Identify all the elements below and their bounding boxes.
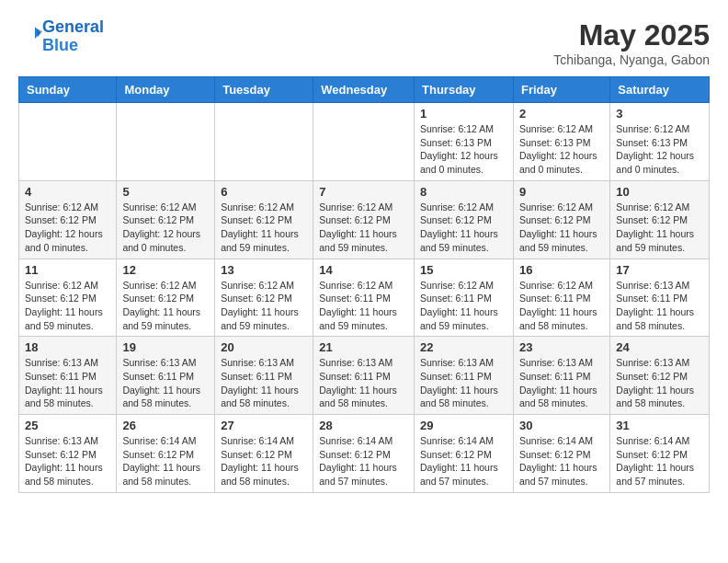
day-number: 5: [122, 185, 209, 199]
day-info: Sunrise: 6:12 AM Sunset: 6:12 PM Dayligh…: [25, 201, 110, 255]
day-number: 14: [319, 263, 408, 277]
calendar-cell: 22Sunrise: 6:13 AM Sunset: 6:11 PM Dayli…: [415, 337, 514, 415]
day-info: Sunrise: 6:13 AM Sunset: 6:11 PM Dayligh…: [420, 356, 507, 410]
month-title: May 2025: [553, 18, 710, 52]
day-info: Sunrise: 6:12 AM Sunset: 6:12 PM Dayligh…: [519, 201, 604, 255]
day-info: Sunrise: 6:12 AM Sunset: 6:12 PM Dayligh…: [221, 279, 307, 333]
calendar-cell: 16Sunrise: 6:12 AM Sunset: 6:11 PM Dayli…: [513, 259, 609, 337]
day-number: 11: [25, 263, 110, 277]
calendar-cell: 30Sunrise: 6:14 AM Sunset: 6:12 PM Dayli…: [513, 415, 609, 493]
day-info: Sunrise: 6:13 AM Sunset: 6:12 PM Dayligh…: [25, 434, 110, 488]
day-number: 18: [25, 340, 110, 354]
calendar-cell: [215, 103, 313, 181]
day-info: Sunrise: 6:12 AM Sunset: 6:11 PM Dayligh…: [319, 279, 408, 333]
day-info: Sunrise: 6:14 AM Sunset: 6:12 PM Dayligh…: [420, 434, 507, 488]
day-number: 3: [616, 107, 703, 121]
calendar-week-row: 4Sunrise: 6:12 AM Sunset: 6:12 PM Daylig…: [19, 180, 710, 259]
calendar-cell: 24Sunrise: 6:13 AM Sunset: 6:12 PM Dayli…: [610, 337, 710, 415]
calendar-cell: [117, 103, 215, 181]
calendar-week-row: 11Sunrise: 6:12 AM Sunset: 6:12 PM Dayli…: [19, 259, 710, 337]
calendar-cell: 21Sunrise: 6:13 AM Sunset: 6:11 PM Dayli…: [313, 337, 415, 415]
column-header-saturday: Saturday: [610, 77, 710, 103]
day-number: 22: [420, 340, 507, 354]
day-info: Sunrise: 6:12 AM Sunset: 6:13 PM Dayligh…: [420, 122, 507, 177]
calendar-table: SundayMondayTuesdayWednesdayThursdayFrid…: [18, 76, 710, 493]
day-number: 20: [221, 340, 307, 354]
day-number: 29: [420, 419, 507, 432]
day-number: 30: [519, 419, 604, 432]
title-block: May 2025 Tchibanga, Nyanga, Gabon: [553, 18, 710, 67]
calendar-cell: 3Sunrise: 6:12 AM Sunset: 6:13 PM Daylig…: [610, 103, 710, 181]
column-header-tuesday: Tuesday: [215, 77, 313, 103]
day-number: 31: [616, 419, 703, 432]
day-info: Sunrise: 6:13 AM Sunset: 6:12 PM Dayligh…: [616, 356, 703, 410]
day-info: Sunrise: 6:14 AM Sunset: 6:12 PM Dayligh…: [122, 434, 209, 488]
logo-line2: Blue: [42, 36, 78, 54]
day-info: Sunrise: 6:12 AM Sunset: 6:11 PM Dayligh…: [519, 279, 604, 333]
calendar-cell: 31Sunrise: 6:14 AM Sunset: 6:12 PM Dayli…: [610, 415, 710, 493]
location-subtitle: Tchibanga, Nyanga, Gabon: [553, 52, 710, 67]
calendar-cell: 14Sunrise: 6:12 AM Sunset: 6:11 PM Dayli…: [313, 259, 415, 337]
calendar-cell: 17Sunrise: 6:13 AM Sunset: 6:11 PM Dayli…: [610, 259, 710, 337]
calendar-week-row: 18Sunrise: 6:13 AM Sunset: 6:11 PM Dayli…: [19, 337, 710, 415]
calendar-cell: 12Sunrise: 6:12 AM Sunset: 6:12 PM Dayli…: [117, 259, 215, 337]
calendar-header-row: SundayMondayTuesdayWednesdayThursdayFrid…: [19, 77, 710, 103]
day-info: Sunrise: 6:13 AM Sunset: 6:11 PM Dayligh…: [616, 279, 703, 333]
day-info: Sunrise: 6:12 AM Sunset: 6:12 PM Dayligh…: [122, 279, 209, 333]
day-info: Sunrise: 6:13 AM Sunset: 6:11 PM Dayligh…: [25, 356, 110, 410]
column-header-friday: Friday: [513, 77, 609, 103]
day-info: Sunrise: 6:13 AM Sunset: 6:11 PM Dayligh…: [319, 356, 408, 410]
column-header-wednesday: Wednesday: [313, 77, 415, 103]
calendar-cell: 4Sunrise: 6:12 AM Sunset: 6:12 PM Daylig…: [19, 180, 117, 259]
logo-icon: [20, 24, 42, 46]
calendar-cell: 20Sunrise: 6:13 AM Sunset: 6:11 PM Dayli…: [215, 337, 313, 415]
day-info: Sunrise: 6:12 AM Sunset: 6:11 PM Dayligh…: [420, 279, 507, 333]
calendar-cell: [313, 103, 415, 181]
day-info: Sunrise: 6:13 AM Sunset: 6:11 PM Dayligh…: [519, 356, 604, 410]
day-number: 16: [519, 263, 604, 277]
day-info: Sunrise: 6:12 AM Sunset: 6:13 PM Dayligh…: [616, 122, 703, 177]
calendar-cell: 25Sunrise: 6:13 AM Sunset: 6:12 PM Dayli…: [19, 415, 117, 493]
calendar-cell: 9Sunrise: 6:12 AM Sunset: 6:12 PM Daylig…: [513, 180, 609, 259]
calendar-cell: 23Sunrise: 6:13 AM Sunset: 6:11 PM Dayli…: [513, 337, 609, 415]
day-number: 25: [25, 419, 110, 432]
calendar-cell: 5Sunrise: 6:12 AM Sunset: 6:12 PM Daylig…: [117, 180, 215, 259]
day-info: Sunrise: 6:12 AM Sunset: 6:12 PM Dayligh…: [616, 201, 703, 255]
day-number: 13: [221, 263, 307, 277]
day-number: 6: [221, 185, 307, 199]
day-info: Sunrise: 6:12 AM Sunset: 6:12 PM Dayligh…: [25, 279, 110, 333]
calendar-cell: 6Sunrise: 6:12 AM Sunset: 6:12 PM Daylig…: [215, 180, 313, 259]
calendar-cell: 26Sunrise: 6:14 AM Sunset: 6:12 PM Dayli…: [117, 415, 215, 493]
calendar-week-row: 1Sunrise: 6:12 AM Sunset: 6:13 PM Daylig…: [19, 103, 710, 181]
day-number: 8: [420, 185, 507, 199]
column-header-sunday: Sunday: [19, 77, 117, 103]
day-number: 15: [420, 263, 507, 277]
day-info: Sunrise: 6:12 AM Sunset: 6:13 PM Dayligh…: [519, 122, 604, 177]
day-info: Sunrise: 6:14 AM Sunset: 6:12 PM Dayligh…: [319, 434, 408, 488]
day-number: 26: [122, 419, 209, 432]
day-info: Sunrise: 6:12 AM Sunset: 6:12 PM Dayligh…: [420, 201, 507, 255]
calendar-cell: 19Sunrise: 6:13 AM Sunset: 6:11 PM Dayli…: [117, 337, 215, 415]
calendar-cell: 8Sunrise: 6:12 AM Sunset: 6:12 PM Daylig…: [415, 180, 514, 259]
day-number: 19: [122, 340, 209, 354]
calendar-cell: 13Sunrise: 6:12 AM Sunset: 6:12 PM Dayli…: [215, 259, 313, 337]
day-number: 4: [25, 185, 110, 199]
day-info: Sunrise: 6:12 AM Sunset: 6:12 PM Dayligh…: [122, 201, 209, 255]
day-info: Sunrise: 6:13 AM Sunset: 6:11 PM Dayligh…: [221, 356, 307, 410]
calendar-cell: 7Sunrise: 6:12 AM Sunset: 6:12 PM Daylig…: [313, 180, 415, 259]
day-info: Sunrise: 6:13 AM Sunset: 6:11 PM Dayligh…: [122, 356, 209, 410]
day-number: 10: [616, 185, 703, 199]
day-number: 7: [319, 185, 408, 199]
calendar-cell: 15Sunrise: 6:12 AM Sunset: 6:11 PM Dayli…: [415, 259, 514, 337]
column-header-thursday: Thursday: [415, 77, 514, 103]
day-number: 9: [519, 185, 604, 199]
calendar-cell: 10Sunrise: 6:12 AM Sunset: 6:12 PM Dayli…: [610, 180, 710, 259]
logo-text: General Blue: [42, 18, 104, 55]
day-number: 12: [122, 263, 209, 277]
calendar-cell: 28Sunrise: 6:14 AM Sunset: 6:12 PM Dayli…: [313, 415, 415, 493]
page-header: General Blue May 2025 Tchibanga, Nyanga,…: [18, 18, 710, 67]
calendar-cell: 2Sunrise: 6:12 AM Sunset: 6:13 PM Daylig…: [513, 103, 609, 181]
day-info: Sunrise: 6:14 AM Sunset: 6:12 PM Dayligh…: [616, 434, 703, 488]
day-number: 23: [519, 340, 604, 354]
day-number: 28: [319, 419, 408, 432]
